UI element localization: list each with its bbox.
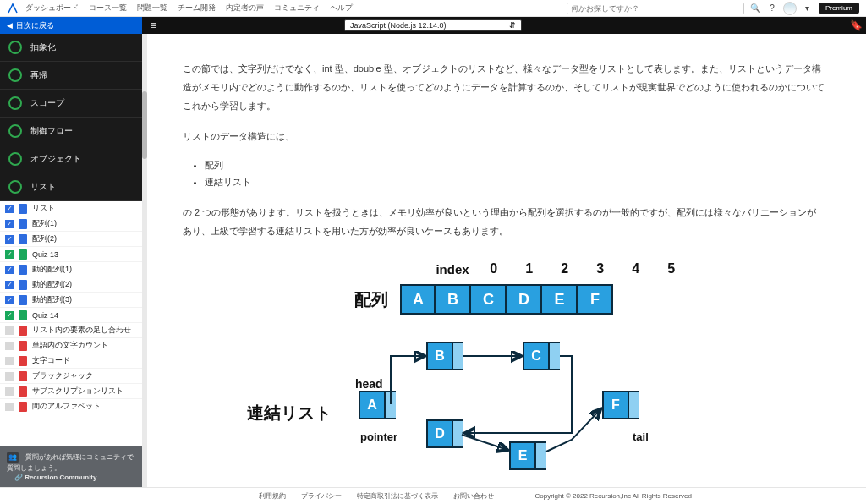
check-icon: [5, 357, 14, 365]
sidebar-item-label: 間のアルファベット: [32, 401, 101, 412]
language-select[interactable]: JavaScript (Node.js 12.14.0) ⇵: [344, 19, 522, 31]
sidebar-item-label: リスト: [32, 203, 55, 214]
sidebar-footer[interactable]: 👥 質問があれば気軽にコミュニティで質問しましょう。 🔗 Recursion C…: [0, 446, 142, 487]
sidebar-footer-line1: 質問があれば気軽にコミュニティで質問しましょう。: [7, 453, 134, 472]
footer-copyright: Copyright © 2022 Recursion,Inc All Right…: [534, 492, 692, 500]
array-index: 0: [476, 255, 512, 282]
progress-circle-icon: [8, 124, 22, 138]
sidebar-section[interactable]: スコープ: [0, 90, 142, 118]
sidebar-item[interactable]: サブスクリプションリスト: [0, 384, 142, 399]
search-icon[interactable]: 🔍: [749, 3, 761, 14]
sidebar-item[interactable]: ✓動的配列(2): [0, 277, 142, 293]
array-index: 1: [512, 255, 547, 282]
array-cell: B: [436, 284, 471, 315]
sidebar-item-label: 配列(1): [32, 218, 57, 229]
progress-circle-icon: [8, 68, 22, 82]
sidebar-item[interactable]: ✓配列(2): [0, 232, 142, 247]
check-icon: ✓: [5, 311, 14, 320]
caret-left-icon: ◀: [7, 21, 13, 30]
sidebar-item[interactable]: ✓Quiz 14: [0, 308, 142, 323]
file-icon: [19, 310, 27, 320]
sidebar-item-label: 配列(2): [32, 233, 57, 244]
sidebar-item[interactable]: 単語内の文字カウント: [0, 338, 142, 353]
sidebar-section[interactable]: オブジェクト: [0, 145, 142, 173]
sidebar-item[interactable]: ✓Quiz 13: [0, 247, 142, 262]
nav-courses[interactable]: コース一覧: [89, 3, 127, 14]
nav-dashboard[interactable]: ダッシュボード: [25, 3, 79, 14]
logo-icon[interactable]: [7, 3, 19, 14]
sidebar: 抽象化再帰スコープ制御フローオブジェクトリスト ✓リスト✓配列(1)✓配列(2)…: [0, 34, 142, 487]
lesson-document: この節では、文字列だけでなく、int 型、double 型、オブジェクトのリスト…: [183, 34, 825, 487]
sidebar-item[interactable]: ✓動的配列(3): [0, 293, 142, 308]
hamburger-icon[interactable]: ≡: [142, 19, 164, 31]
sidebar-item[interactable]: リスト内の要素の足し合わせ: [0, 323, 142, 338]
progress-circle-icon: [8, 180, 22, 194]
sidebar-item[interactable]: ✓リスト: [0, 201, 142, 216]
language-select-value: JavaScript (Node.js 12.14.0): [350, 21, 447, 30]
sidebar-section[interactable]: リスト: [0, 173, 142, 201]
check-icon: [5, 342, 14, 350]
footer-privacy[interactable]: プライバシー: [301, 491, 342, 501]
file-icon: [19, 249, 27, 260]
check-icon: [5, 387, 14, 396]
nav-community[interactable]: コミュニティ: [274, 3, 320, 14]
file-icon: [19, 356, 27, 366]
paragraph-expl: の 2 つの形態があります。リストを扱うときは、メモリ効率が良いという理由から配…: [183, 203, 825, 240]
progress-circle-icon: [8, 41, 22, 54]
nav-voices[interactable]: 内定者の声: [226, 3, 264, 14]
sidebar-item[interactable]: 文字コード: [0, 353, 142, 369]
sidebar-section-label: 制御フロー: [30, 125, 73, 137]
sidebar-item-label: サブスクリプションリスト: [32, 386, 123, 397]
nav-help[interactable]: ヘルプ: [330, 3, 353, 14]
array-cell: F: [578, 284, 613, 315]
content-area: この節では、文字列だけでなく、int 型、double 型、オブジェクトのリスト…: [142, 34, 866, 487]
premium-badge[interactable]: Premium: [819, 3, 859, 14]
check-icon: [5, 403, 14, 411]
search-input[interactable]: [571, 4, 740, 13]
help-icon[interactable]: ?: [766, 3, 778, 14]
check-icon: ✓: [5, 235, 14, 244]
check-icon: ✓: [5, 220, 14, 228]
sidebar-item[interactable]: ブラックジャック: [0, 369, 142, 384]
paragraph-intro: この節では、文字列だけでなく、int 型、double 型、オブジェクトのリスト…: [183, 59, 825, 115]
footer-commerce[interactable]: 特定商取引法に基づく表示: [357, 491, 438, 501]
file-icon: [19, 295, 27, 305]
sidebar-sub-list: ✓リスト✓配列(1)✓配列(2)✓Quiz 13✓動的配列(1)✓動的配列(2)…: [0, 201, 142, 487]
file-icon: [19, 219, 27, 229]
sidebar-item-label: 単語内の文字カウント: [32, 340, 108, 351]
user-menu-caret-icon[interactable]: ▾: [802, 3, 814, 14]
check-icon: ✓: [5, 281, 14, 289]
sidebar-section[interactable]: 再帰: [0, 62, 142, 90]
avatar[interactable]: [783, 2, 797, 15]
sidebar-item[interactable]: ✓動的配列(1): [0, 262, 142, 277]
nav-problems[interactable]: 問題一覧: [137, 3, 167, 14]
sidebar-item[interactable]: 間のアルファベット: [0, 399, 142, 414]
array-index: 3: [583, 255, 618, 282]
back-to-toc-label: 目次に戻る: [16, 20, 54, 31]
check-icon: [5, 372, 14, 381]
list-item-array: 配列: [205, 157, 825, 174]
linkedlist-arrows: [267, 342, 741, 485]
array-index-label: index: [436, 257, 469, 282]
file-icon: [19, 402, 27, 412]
chevron-updown-icon: ⇵: [509, 21, 516, 30]
sidebar-section-label: スコープ: [30, 97, 64, 109]
ribbon: ◀ 目次に戻る ≡ JavaScript (Node.js 12.14.0) ⇵…: [0, 17, 866, 34]
figure-array: index 012345 配列 ABCDEF: [183, 255, 825, 316]
footer-contact[interactable]: お問い合わせ: [453, 491, 494, 501]
sidebar-item[interactable]: ✓配列(1): [0, 216, 142, 232]
file-icon: [19, 371, 27, 381]
sidebar-item-label: リスト内の要素の足し合わせ: [32, 325, 131, 336]
nav-team[interactable]: チーム開発: [178, 3, 216, 14]
array-cell: E: [542, 284, 578, 315]
sidebar-item-label: 動的配列(2): [32, 279, 72, 290]
bookmark-icon[interactable]: 🔖: [846, 19, 866, 31]
check-icon: ✓: [5, 250, 14, 259]
search-box[interactable]: [567, 3, 744, 14]
top-bar: ダッシュボード コース一覧 問題一覧 チーム開発 内定者の声 コミュニティ ヘル…: [0, 0, 866, 17]
sidebar-section[interactable]: 抽象化: [0, 34, 142, 62]
back-to-toc[interactable]: ◀ 目次に戻る: [0, 17, 142, 34]
footer-terms[interactable]: 利用規約: [259, 491, 286, 501]
array-cell: C: [471, 284, 507, 315]
sidebar-section[interactable]: 制御フロー: [0, 118, 142, 145]
